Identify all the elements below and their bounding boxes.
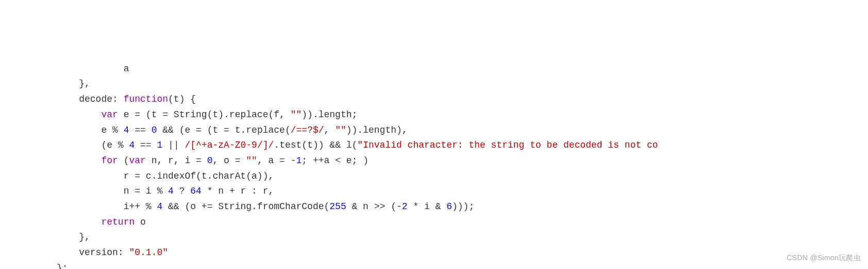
code-token: o [135,217,146,227]
code-token: return [101,217,135,227]
code-line: for (var n, r, i = 0, o = "", a = -1; ++… [57,155,369,166]
code-line: (e % 4 == 1 || /[^+a-zA-Z0-9/]/.test(t))… [57,140,658,150]
code-line: return o [57,217,146,227]
code-token: * i & [408,201,447,212]
code-line: var e = (t = String(t).replace(f, "")).l… [57,109,357,120]
watermark-text: CSDN @Simon玩爬虫 [787,252,861,264]
code-token: "0.1.0" [129,247,168,258]
code-token: 64 [190,186,202,196]
code-token: (t) { [168,94,196,104]
code-token: ))); [452,201,474,212]
code-line: r = c.indexOf(t.charAt(a)), [57,171,274,181]
code-token: }; [57,263,68,269]
code-token: version [79,247,118,258]
code-token: function [124,94,168,104]
code-token: }, [79,232,90,242]
code-token: , a = - [257,155,296,166]
code-line: version: "0.1.0" [57,247,168,258]
code-token: )).length; [302,109,357,120]
code-token: r = c.indexOf(t.charAt(a)), [124,171,274,181]
code-token: /==?$/ [291,125,324,135]
code-token: e % [101,125,123,135]
code-token: 4 [124,125,129,135]
code-token: , [324,125,336,135]
code-token: )).length), [346,125,408,135]
code-token: "" [291,109,302,120]
code-token: /[^+a-zA-Z0-9/]/ [185,140,274,150]
code-token: 4 [168,186,174,196]
code-token: ; ++a < e; ) [302,155,369,166]
code-token: 1 [157,140,162,150]
code-token: (e % [101,140,129,150]
code-line: n = i % 4 ? 64 * n + r : r, [57,186,274,196]
code-token: e = (t = String(t).replace(f, [118,109,291,120]
code-line: decode: function(t) { [57,94,196,104]
code-token: 0 [207,155,213,166]
code-line: a [57,64,129,74]
code-token: .test(t)) && l( [274,140,357,150]
code-token: n, r, i = [146,155,207,166]
code-token: 0 [152,125,157,135]
code-token: && (e = (t = t.replace( [157,125,290,135]
code-token: a [124,64,129,74]
code-token: : [112,94,124,104]
code-block: a }, decode: function(t) { var e = (t = … [0,61,868,269]
code-token: "" [246,155,257,166]
code-line: }; [57,263,68,269]
code-token: n = i % [124,186,168,196]
code-token: && (o += String.fromCharCode( [162,201,329,212]
code-token: var [129,155,145,166]
code-token: || [162,140,185,150]
code-token: 4 [157,201,162,212]
code-token: ? [174,186,190,196]
code-token: "" [335,125,346,135]
code-line: e % 4 == 0 && (e = (t = t.replace(/==?$/… [57,125,408,135]
code-token: == [135,140,157,150]
code-token: var [101,109,118,120]
code-token: 2 [402,201,408,212]
code-line: }, [57,78,90,89]
code-token: 1 [296,155,302,166]
code-line: i++ % 4 && (o += String.fromCharCode(255… [57,201,474,212]
code-token: , o = [212,155,246,166]
code-token: i++ % [124,201,157,212]
code-token: decode [79,94,112,104]
code-token: : [118,247,129,258]
code-token: 255 [329,201,346,212]
code-token: for [101,155,118,166]
code-token: }, [79,78,90,89]
code-token: "Invalid character: the string to be dec… [357,140,658,150]
code-token: ( [118,155,129,166]
code-token: & n >> (- [346,201,402,212]
code-line: }, [57,232,90,242]
code-token: 4 [129,140,135,150]
code-token: * n + r : r, [202,186,274,196]
code-token: 6 [446,201,452,212]
code-token: == [129,125,151,135]
